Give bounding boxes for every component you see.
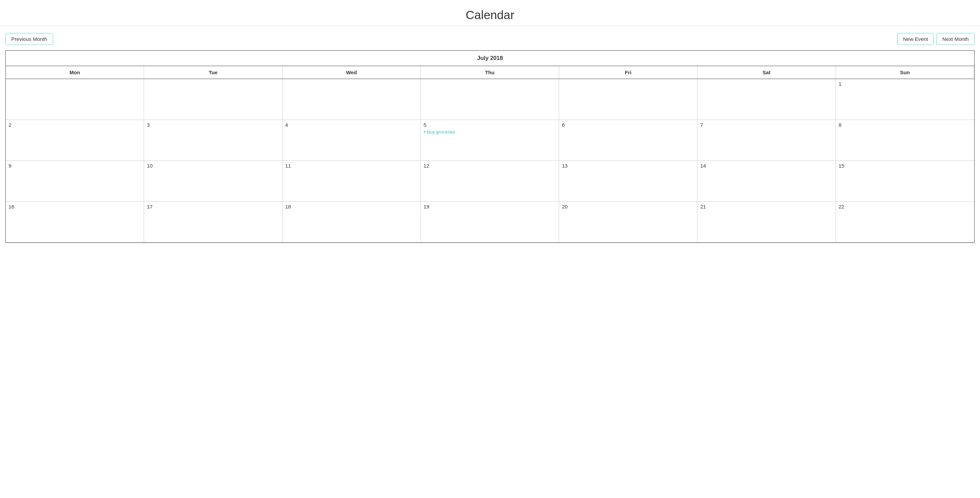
day-cell-9[interactable]: 9 [6,161,144,202]
day-number: 3 [147,122,279,128]
empty-day-cell[interactable] [421,79,559,120]
day-number: 2 [8,122,141,128]
next-month-button[interactable]: Next Month [936,33,975,45]
toolbar-left: Previous Month [5,33,53,45]
toolbar-right: New Event Next Month [897,33,975,45]
event-item[interactable]: •Buy groceries [423,129,556,135]
day-number: 8 [839,122,972,128]
empty-day-cell[interactable] [283,79,421,120]
day-number: 20 [562,204,694,210]
day-cell-19[interactable]: 19 [421,202,559,242]
day-header-fri: Fri [559,66,697,79]
day-cell-2[interactable]: 2 [6,120,144,161]
day-cell-15[interactable]: 15 [836,161,974,202]
event-label: Buy groceries [427,129,455,135]
prev-month-button[interactable]: Previous Month [5,33,53,45]
event-bullet-icon: • [423,129,426,135]
day-number: 19 [423,204,556,210]
day-number: 16 [8,204,141,210]
day-number: 17 [147,204,279,210]
day-header-wed: Wed [283,66,421,79]
day-cell-8[interactable]: 8 [836,120,974,161]
toolbar: Previous Month New Event Next Month [0,33,980,51]
empty-day-cell[interactable] [144,79,282,120]
page-title: Calendar [0,0,980,26]
day-number: 6 [562,122,694,128]
empty-day-cell[interactable] [6,79,144,120]
event-list: •Buy groceries [423,129,556,135]
day-number: 13 [562,163,694,169]
day-header-sat: Sat [697,66,835,79]
day-cell-14[interactable]: 14 [697,161,835,202]
day-cell-6[interactable]: 6 [559,120,697,161]
empty-day-cell[interactable] [559,79,697,120]
day-number: 5 [423,122,556,128]
day-header-sun: Sun [836,66,974,79]
day-number: 1 [839,81,972,87]
day-cell-4[interactable]: 4 [283,120,421,161]
day-cell-7[interactable]: 7 [697,120,835,161]
day-number: 18 [285,204,418,210]
day-number: 15 [839,163,972,169]
new-event-button[interactable]: New Event [897,33,934,45]
day-header-tue: Tue [144,66,282,79]
day-cell-22[interactable]: 22 [836,202,974,242]
day-number: 11 [285,163,418,169]
month-header: July 2018 [6,51,974,66]
day-cell-17[interactable]: 17 [144,202,282,242]
day-cell-21[interactable]: 21 [697,202,835,242]
day-number: 12 [423,163,556,169]
day-number: 4 [285,122,418,128]
day-cell-5[interactable]: 5•Buy groceries [421,120,559,161]
day-cell-12[interactable]: 12 [421,161,559,202]
day-number: 21 [700,204,832,210]
day-number: 14 [700,163,832,169]
empty-day-cell[interactable] [697,79,835,120]
day-header-mon: Mon [6,66,144,79]
day-cell-13[interactable]: 13 [559,161,697,202]
day-cell-3[interactable]: 3 [144,120,282,161]
calendar-grid: MonTueWedThuFriSatSun12345•Buy groceries… [6,66,974,242]
day-cell-18[interactable]: 18 [283,202,421,242]
day-number: 7 [700,122,832,128]
day-cell-11[interactable]: 11 [283,161,421,202]
day-cell-20[interactable]: 20 [559,202,697,242]
day-cell-1[interactable]: 1 [836,79,974,120]
day-cell-10[interactable]: 10 [144,161,282,202]
day-cell-16[interactable]: 16 [6,202,144,242]
calendar: July 2018 MonTueWedThuFriSatSun12345•Buy… [5,51,975,243]
day-number: 10 [147,163,279,169]
day-header-thu: Thu [421,66,559,79]
day-number: 22 [839,204,972,210]
day-number: 9 [8,163,141,169]
